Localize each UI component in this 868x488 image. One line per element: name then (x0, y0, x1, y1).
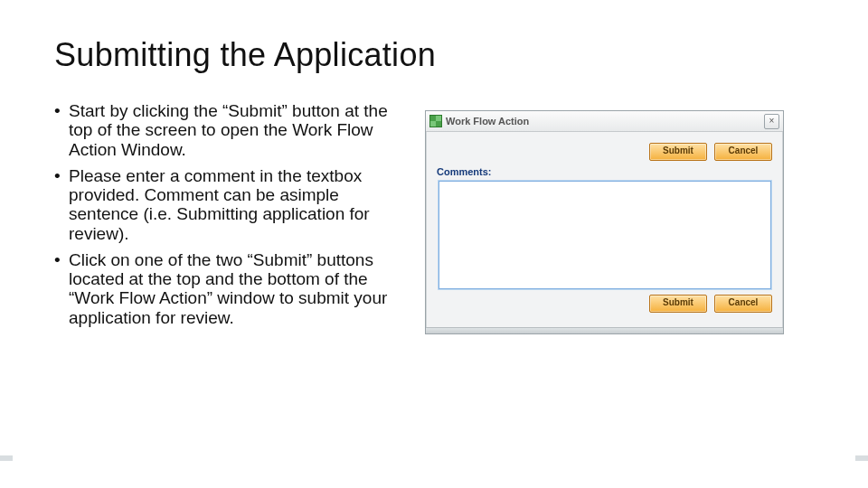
slide: Submitting the Application Start by clic… (0, 0, 868, 488)
window-app-icon (429, 115, 442, 127)
decorative-edge (0, 455, 13, 461)
slide-title: Submitting the Application (54, 36, 814, 74)
workflow-action-window: Work Flow Action × Submit Cancel Comment… (425, 110, 784, 334)
comments-textarea[interactable] (439, 181, 771, 289)
window-title-group: Work Flow Action (429, 115, 529, 127)
cancel-button[interactable]: Cancel (714, 295, 772, 313)
bullet-item: Please enter a comment in the textbox pr… (54, 166, 411, 243)
content-columns: Start by clicking the “Submit” button at… (54, 101, 814, 334)
submit-button[interactable]: Submit (649, 295, 707, 313)
decorative-edge (855, 455, 868, 461)
bullet-item: Click on one of the two “Submit” buttons… (54, 250, 411, 327)
cancel-button[interactable]: Cancel (714, 143, 772, 161)
figure-column: Work Flow Action × Submit Cancel Comment… (420, 110, 787, 334)
window-title-text: Work Flow Action (446, 116, 529, 127)
bottom-button-row: Submit Cancel (433, 289, 776, 318)
comments-label: Comments: (437, 166, 776, 177)
submit-button[interactable]: Submit (649, 143, 707, 161)
bullet-list: Start by clicking the “Submit” button at… (54, 101, 411, 327)
window-titlebar: Work Flow Action × (426, 111, 783, 132)
bullet-item: Start by clicking the “Submit” button at… (54, 101, 411, 159)
text-column: Start by clicking the “Submit” button at… (54, 101, 420, 334)
window-footer-strip (426, 327, 783, 333)
top-button-row: Submit Cancel (433, 137, 776, 166)
close-icon[interactable]: × (764, 114, 779, 129)
window-body: Submit Cancel Comments: Submit Cancel (426, 132, 783, 327)
